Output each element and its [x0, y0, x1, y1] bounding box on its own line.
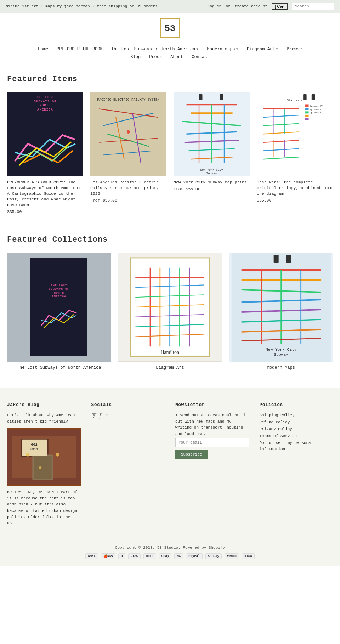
starwars-map-svg: Star Wars Episode IV Episode V Episode V… [257, 92, 333, 176]
collection-image-diagram-art: Hamilton [118, 253, 222, 362]
svg-rect-27 [312, 94, 315, 100]
or-separator: or [226, 4, 230, 9]
payment-icons-row: AMEX 🍎Pay D DISC Meta GPay MC PayPal Sho… [7, 553, 333, 559]
main-nav: Home PRE-ORDER THE BOOK The Lost Subways… [0, 42, 340, 64]
policy-link-dnsmpi[interactable]: Do not sell my personal information [260, 440, 333, 452]
blog-img-svg: 602 NOTICE [7, 428, 81, 486]
footer-policies-col: Policies Shipping Policy Refund Policy P… [260, 402, 333, 527]
top-bar: minimalist art + maps by jake berman · f… [0, 0, 340, 13]
svg-text:New York City: New York City [200, 168, 223, 171]
footer-bottom: Copyright © 2023, 53 Studio. Powered by … [7, 538, 333, 559]
site-logo[interactable]: 53 [160, 18, 180, 38]
footer-blog-title: Jake's Blog [7, 402, 81, 407]
collection-card-diagram-art[interactable]: Hamilton Diagram Art [118, 253, 222, 370]
reddit-icon[interactable]: r [105, 412, 107, 419]
svg-text:Subway: Subway [274, 352, 288, 357]
footer-blog-post-title: Let's talk about why American cities are… [7, 412, 81, 425]
svg-rect-12 [220, 94, 223, 100]
collection-image-modern-maps: New York City Subway [229, 253, 333, 362]
policy-link-refund[interactable]: Refund Policy [260, 419, 333, 426]
footer-policies-title: Policies [260, 402, 333, 407]
svg-text:Episode IV: Episode IV [310, 105, 323, 107]
cart-button[interactable]: [ Cart [272, 3, 288, 10]
svg-text:Episode VI: Episode VI [310, 112, 322, 114]
collection-title-lost-subways: The Lost Subways of North America [7, 365, 111, 370]
svg-point-89 [56, 453, 59, 456]
svg-point-9 [127, 130, 130, 134]
login-link[interactable]: Log in [208, 4, 222, 9]
product-title-nyc: New York City Subway map print [174, 180, 250, 185]
logo-area: 53 [0, 13, 340, 42]
payment-applepay: 🍎Pay [101, 553, 115, 559]
nav-browse[interactable]: Browse [287, 47, 302, 52]
nav-blog[interactable]: Blog [130, 55, 141, 60]
facebook-icon[interactable]: f [100, 412, 101, 419]
product-price-book: $35.00 [7, 209, 83, 214]
collection-card-modern-maps[interactable]: New York City Subway Modern Maps [229, 253, 333, 370]
nav-press[interactable]: Press [149, 55, 162, 60]
product-card-book[interactable]: THE LOSTSUBWAYS OFNORTHAMERICA PRE-ORDER… [7, 92, 83, 214]
policy-link-terms[interactable]: Terms of Service [260, 433, 333, 440]
newsletter-text: I send out an occasional email out with … [175, 412, 249, 437]
svg-point-88 [26, 453, 29, 456]
twitter-icon[interactable]: 𝕋 [91, 412, 95, 419]
svg-text:Episode V: Episode V [310, 108, 321, 111]
book-lines-svg [11, 115, 80, 173]
search-input[interactable] [292, 3, 334, 10]
svg-rect-31 [305, 111, 308, 113]
collection-title-diagram-art: Diagram Art [118, 365, 222, 370]
nyc-map-svg: New York City Subway [174, 92, 250, 176]
payment-paypal: PayPal [186, 553, 202, 559]
svg-text:New York City: New York City [266, 348, 297, 352]
product-image-book: THE LOSTSUBWAYS OFNORTHAMERICA [7, 92, 83, 176]
product-grid: THE LOSTSUBWAYS OFNORTHAMERICA PRE-ORDER… [7, 92, 333, 214]
svg-rect-29 [305, 104, 308, 107]
svg-rect-65 [286, 255, 291, 263]
featured-items-title: Featured Items [7, 75, 333, 84]
policy-link-shipping[interactable]: Shipping Policy [260, 412, 333, 419]
svg-text:602: 602 [31, 442, 38, 447]
svg-text:NOTICE: NOTICE [30, 448, 38, 451]
product-title-book: PRE-ORDER A SIGNED COPY: The Lost Subway… [7, 180, 83, 208]
payment-amex: AMEX [85, 553, 98, 559]
payment-discover: DISC [128, 553, 141, 559]
footer-newsletter-title: Newsletter [175, 402, 249, 407]
nav-preorder[interactable]: PRE-ORDER THE BOOK [57, 47, 103, 52]
nav-row-1: Home PRE-ORDER THE BOOK The Lost Subways… [0, 45, 340, 53]
footer-grid: Jake's Blog Let's talk about why America… [7, 402, 333, 527]
nav-diagram-art[interactable]: Diagram Art ▾ [247, 46, 278, 52]
product-card-nyc[interactable]: New York City Subway New York City Subwa… [174, 92, 250, 214]
svg-text:PACIFIC ELECTRIC RAILWAY SYSTE: PACIFIC ELECTRIC RAILWAY SYSTEM [97, 98, 160, 102]
svg-text:Hamilton: Hamilton [161, 350, 180, 355]
nav-home[interactable]: Home [38, 47, 48, 52]
payment-visa: VISA [242, 553, 255, 559]
email-input[interactable] [175, 438, 249, 447]
payment-diners: D [118, 553, 125, 559]
product-title-pacific: Los Angeles Pacific Electric Railway str… [90, 180, 166, 197]
payment-meta: Meta [143, 553, 156, 559]
hamilton-svg: Hamilton [118, 253, 221, 361]
nav-row-2: Blog Press About Contact [0, 53, 340, 61]
collection-card-lost-subways[interactable]: THE LOSTSUBWAYS OFNORTHAMERICA The Lost … [7, 253, 111, 370]
nav-modern-maps[interactable]: Modern maps ▾ [207, 46, 238, 52]
subscribe-button[interactable]: Subscribe [175, 450, 208, 459]
product-card-starwars[interactable]: Star Wars Episode IV Episode V Episode V… [257, 92, 333, 214]
create-account-link[interactable]: Create account [235, 4, 267, 9]
product-card-pacific[interactable]: PACIFIC ELECTRIC RAILWAY SYSTEM Los Ange… [90, 92, 166, 214]
svg-text:Subway: Subway [206, 172, 217, 175]
svg-rect-64 [273, 255, 278, 263]
copyright-text: Copyright © 2023, 53 Studio. Powered by … [7, 546, 333, 550]
nav-lost-subways[interactable]: The Lost Subways of North America ▾ [111, 46, 199, 52]
payment-venmo: Venmo [225, 553, 239, 559]
nav-contact[interactable]: Contact [192, 55, 209, 60]
featured-collections-title: Featured Collections [7, 235, 333, 244]
payment-gpay: GPay [159, 553, 172, 559]
svg-rect-0 [91, 92, 166, 176]
nav-about[interactable]: About [170, 55, 183, 60]
footer-newsletter-col: Newsletter I send out an occasional emai… [175, 402, 249, 527]
footer-socials-col: Socials 𝕋 f r [91, 402, 165, 527]
product-price-nyc: From $55.00 [174, 187, 250, 191]
policy-link-privacy[interactable]: Privacy Policy [260, 426, 333, 433]
product-title-starwars: Star Wars: the complete original trilogy… [257, 180, 333, 197]
top-bar-actions: Log in or Create account [ Cart [208, 3, 334, 10]
